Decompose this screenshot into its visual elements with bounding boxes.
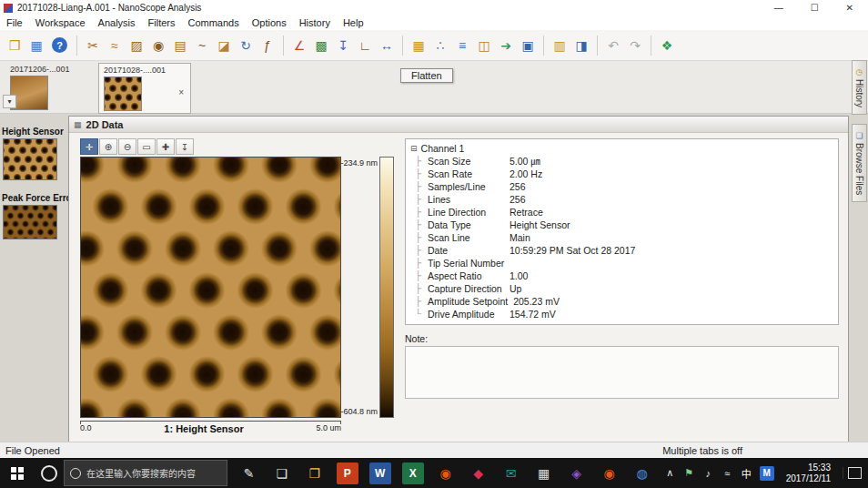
pen-app-icon[interactable]: ✎	[238, 463, 260, 484]
undo-icon[interactable]: ↶	[602, 35, 624, 56]
section-analysis-icon[interactable]: ∠	[288, 35, 310, 56]
channel-tree-root[interactable]: ⊟Channel 1	[410, 142, 838, 155]
psd-analysis-icon[interactable]: ≡	[451, 35, 473, 56]
select-tool-icon[interactable]: ✛	[80, 138, 98, 155]
crop-split-icon[interactable]: ✂	[82, 35, 104, 56]
tree-branch-icon: ├	[415, 155, 428, 168]
afm-height-image[interactable]	[80, 157, 341, 418]
rotate-image-icon[interactable]: ↻	[235, 35, 257, 56]
property-row[interactable]: ├Lines256	[410, 193, 838, 206]
tab-browse-files[interactable]: ❏ Browse Files	[852, 124, 867, 202]
action-center-button[interactable]	[843, 467, 865, 479]
pan-tool-icon[interactable]: ✚	[156, 138, 175, 155]
auto-program-icon[interactable]: ❖	[656, 35, 678, 56]
menu-file[interactable]: File	[0, 17, 29, 28]
redo-icon[interactable]: ↷	[624, 35, 646, 56]
mail-app-icon[interactable]: ✉	[500, 463, 522, 484]
property-row[interactable]: ├Scan Rate2.00 Hz	[410, 168, 838, 180]
tray-mail[interactable]: M	[760, 466, 774, 481]
tray-security[interactable]: ⚑	[683, 465, 695, 482]
close-button[interactable]: ✕	[846, 3, 853, 13]
app-red-icon[interactable]: ◆	[468, 463, 490, 484]
property-row[interactable]: ├Aspect Ratio1.00	[410, 269, 838, 282]
flatten-icon[interactable]: ~	[191, 35, 213, 56]
note-input[interactable]	[405, 346, 839, 399]
reference-book-icon[interactable]: ◨	[570, 35, 592, 56]
peak-force-error-thumbnail[interactable]	[3, 205, 57, 239]
calculator-icon[interactable]: ▦	[533, 463, 555, 484]
property-row[interactable]: └Drive Amplitude154.72 mV	[410, 308, 838, 320]
image-export-icon[interactable]: ▣	[517, 35, 539, 56]
property-row[interactable]: ├Scan Size5.00 ㎛	[410, 155, 838, 168]
panel-header[interactable]: ▦ 2D Data	[69, 117, 848, 133]
open-file-icon[interactable]: ❒	[4, 35, 25, 56]
save-file-icon[interactable]: ▦	[25, 35, 47, 56]
flatten-tooltip: Flatten	[400, 68, 453, 83]
menu-bar: FileWorkspaceAnalysisFiltersCommandsOpti…	[0, 15, 868, 30]
roughness-analysis-icon[interactable]: ▩	[310, 35, 332, 56]
zoom-out-tool-icon[interactable]: ⊖	[118, 138, 136, 155]
tray-expand[interactable]: ∧	[664, 465, 676, 482]
maximize-button[interactable]: ☐	[811, 3, 819, 13]
tray-network[interactable]: ≈	[722, 465, 733, 482]
powerpoint-icon[interactable]: P	[337, 463, 358, 484]
step-analysis-icon[interactable]: ∟	[354, 35, 376, 56]
width-analysis-icon[interactable]: ↔	[376, 35, 398, 56]
property-row[interactable]: ├Scan LineMain	[410, 231, 838, 244]
lowpass-filter-icon[interactable]: ▨	[126, 35, 147, 56]
taskbar-search[interactable]: 在这里输入你要搜索的内容	[64, 460, 227, 486]
file-explorer-icon[interactable]: ❐	[304, 463, 326, 484]
app-purple-icon[interactable]: ◈	[566, 463, 588, 484]
task-view-icon[interactable]: ❏	[271, 463, 293, 484]
word-icon[interactable]: W	[369, 463, 391, 484]
zoom-box-tool-icon[interactable]: ▭	[137, 138, 156, 155]
minimize-button[interactable]: —	[774, 3, 783, 13]
property-row[interactable]: ├Capture DirectionUp	[410, 282, 838, 295]
report-book-icon[interactable]: ▥	[549, 35, 570, 56]
start-button[interactable]	[0, 458, 35, 488]
grid-analysis-icon[interactable]: ▦	[408, 35, 429, 56]
doc-tab-20171028[interactable]: 20171028-....001 ×	[98, 63, 191, 114]
menu-history[interactable]: History	[293, 17, 337, 28]
menu-options[interactable]: Options	[246, 17, 293, 28]
tab-history[interactable]: ◷ History	[852, 60, 867, 115]
menu-analysis[interactable]: Analysis	[92, 17, 142, 28]
erase-scanline-icon[interactable]: ▤	[169, 35, 191, 56]
property-row[interactable]: ├Amplitude Setpoint205.23 mV	[410, 295, 838, 308]
channel-thumbnails: Height Sensor Peak Force Error	[0, 127, 69, 252]
collapse-icon[interactable]: ⊟	[410, 142, 418, 155]
spectrum-2d-icon[interactable]: ƒ	[257, 35, 278, 56]
color-scale-bar[interactable]	[379, 157, 394, 418]
cortana-button[interactable]	[35, 458, 64, 488]
thermal-tune-icon[interactable]: ≈	[104, 35, 126, 56]
clean-image-icon[interactable]: ◉	[147, 35, 169, 56]
export-journal-icon[interactable]: ➔	[495, 35, 517, 56]
tab-list-dropdown[interactable]: ▾	[3, 95, 16, 108]
help-icon[interactable]: ?	[52, 37, 67, 53]
property-row[interactable]: ├Date10:59:29 PM Sat Oct 28 2017	[410, 244, 838, 257]
particle-analysis-icon[interactable]: ∴	[429, 35, 451, 56]
property-row[interactable]: ├Data TypeHeight Sensor	[410, 219, 838, 231]
tab-close-button[interactable]: ×	[178, 87, 184, 97]
firefox-icon[interactable]: ◉	[435, 463, 457, 484]
depth-analysis-icon[interactable]: ↧	[332, 35, 354, 56]
property-row[interactable]: ├Tip Serial Number	[410, 257, 838, 269]
ime-indicator[interactable]: 中	[741, 465, 752, 482]
multi-channel-icon[interactable]: ◫	[473, 35, 495, 56]
menu-workspace[interactable]: Workspace	[29, 17, 92, 28]
zoom-in-tool-icon[interactable]: ⊕	[99, 138, 117, 155]
menu-commands[interactable]: Commands	[181, 17, 245, 28]
property-row[interactable]: ├Line DirectionRetrace	[410, 206, 838, 219]
menu-filters[interactable]: Filters	[142, 17, 182, 28]
menu-help[interactable]: Help	[337, 17, 370, 28]
snapshot-tool-icon[interactable]: ↧	[176, 138, 194, 155]
tray-volume[interactable]: ♪	[702, 465, 714, 482]
app-orange-icon[interactable]: ◉	[599, 463, 621, 484]
axis-max-label: 5.0 um	[316, 423, 341, 432]
plane-fit-icon[interactable]: ◪	[213, 35, 235, 56]
height-sensor-thumbnail[interactable]	[3, 138, 57, 180]
taskbar-clock[interactable]: 15:33 2017/12/11	[782, 463, 835, 484]
excel-icon[interactable]: X	[402, 463, 424, 484]
property-row[interactable]: ├Samples/Line256	[410, 180, 838, 193]
chrome-icon[interactable]: ◍	[631, 463, 653, 484]
